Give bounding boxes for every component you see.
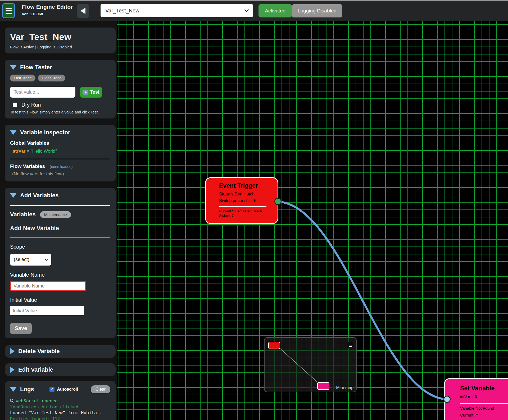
node-status: Variable Not Found	[460, 406, 508, 410]
scope-select-dropdown[interactable]: (select)	[10, 254, 51, 266]
app-version: Ver. 1.0.068	[22, 12, 73, 16]
autoscroll-label: Autoscroll	[57, 387, 78, 392]
last-trace-button[interactable]: Last Trace	[10, 75, 35, 81]
variable-name-label: Variable Name	[10, 272, 110, 278]
node-title: Set Variable	[460, 385, 508, 392]
divider	[10, 237, 110, 238]
flow-select-value: Var_Test_New	[105, 8, 245, 14]
log-line: Loaded “Var_Test_New” from Hubitat.	[10, 410, 110, 416]
node-current-value: Current: ""	[460, 413, 508, 417]
log-line: Devices loaded: 112	[10, 416, 110, 420]
back-arrow-icon	[80, 8, 85, 14]
logging-disabled-button[interactable]: Logging Disabled	[292, 4, 342, 17]
minimap-label: Mini-map	[336, 385, 353, 390]
collapse-down-icon	[10, 387, 16, 392]
flow-title-card: Var_Test_New Flow is Active | Logging is…	[5, 28, 116, 53]
test-button[interactable]: Test	[80, 87, 102, 98]
node-current-state: Current Stuart's Den Hutch Switch: 7	[219, 209, 266, 218]
autoscroll-checkbox[interactable]: ✓	[49, 387, 55, 392]
node-set-variable[interactable]: Set Variable intVar = 3 Variable Not Fou…	[444, 378, 508, 420]
flow-status-subtitle: Flow is Active | Logging is Disabled	[10, 45, 110, 49]
collapse-down-icon	[10, 193, 16, 198]
node-assignment: intVar = 3	[460, 394, 508, 399]
output-port[interactable]	[274, 198, 282, 205]
variable-inspector-card: Variable Inspector Global Variables strV…	[5, 125, 116, 181]
initial-value-label: Initial Value	[10, 297, 110, 303]
edit-variable-card: Edit Variable	[5, 363, 116, 376]
flow-variables-empty: (No flow vars for this flow)	[12, 171, 110, 177]
scope-select-value: (select)	[14, 257, 45, 262]
back-button[interactable]	[77, 4, 89, 18]
flow-variables-heading: Flow Variables	[10, 163, 45, 169]
flow-tester-header[interactable]: Flow Tester	[10, 64, 110, 71]
flow-variables-note: (none loaded)	[50, 165, 72, 169]
collapse-down-icon	[10, 130, 16, 135]
variable-name-input[interactable]	[10, 281, 86, 291]
flow-title: Var_Test_New	[10, 32, 110, 42]
save-button[interactable]: Save	[10, 323, 32, 334]
sidebar: Var_Test_New Flow is Active | Logging is…	[0, 21, 117, 420]
flow-tester-help: To test this Flow, simply enter a value …	[10, 110, 110, 114]
scope-label: Scope	[10, 244, 110, 250]
minimap-node-event-trigger	[268, 342, 280, 349]
flow-select-dropdown[interactable]: Var_Test_New	[101, 4, 253, 17]
variables-heading: Variables	[10, 211, 36, 218]
flow-canvas[interactable]: Event Trigger Stuart's Den Hutch Switch …	[117, 21, 508, 420]
collapse-down-icon	[10, 65, 16, 70]
chevron-down-icon	[44, 257, 48, 261]
play-icon	[83, 90, 88, 95]
divider	[460, 403, 508, 404]
node-title: Event Trigger	[219, 182, 266, 189]
menu-icon	[349, 344, 352, 344]
global-variables-heading: Global Variables	[10, 140, 110, 146]
maintenance-button[interactable]: Maintenance	[40, 211, 71, 218]
collapse-right-icon	[10, 348, 15, 354]
collapse-right-icon	[10, 367, 15, 373]
dry-run-label: Dry Run	[21, 102, 41, 108]
hamburger-menu-button[interactable]	[2, 3, 15, 18]
clear-logs-button[interactable]: Clear	[91, 385, 110, 393]
logs-card: Logs ✓ Autoscroll Clear WebSocket opened…	[5, 381, 116, 420]
initial-value-input[interactable]	[10, 306, 84, 315]
delete-variable-header[interactable]: Delete Variable	[10, 348, 110, 355]
variable-inspector-header[interactable]: Variable Inspector	[10, 129, 110, 136]
add-variables-card: Add Variables Variables Maintenance Add …	[5, 188, 116, 338]
input-port[interactable]	[443, 396, 451, 403]
clear-trace-button[interactable]: Clear Trace	[38, 75, 65, 81]
app-title: Flow Engine Editor	[22, 4, 73, 10]
flow-tester-card: Flow Tester Last Trace Clear Trace Test …	[5, 60, 116, 118]
minimap[interactable]: Mini-map	[264, 337, 357, 392]
divider	[10, 205, 110, 206]
delete-variable-card: Delete Variable	[5, 345, 116, 358]
log-line: loadDevices button clicked.	[10, 404, 110, 410]
node-event-trigger[interactable]: Event Trigger Stuart's Den Hutch Switch …	[205, 177, 278, 224]
log-line: WebSocket opened	[10, 398, 110, 404]
logs-header[interactable]: Logs	[10, 386, 34, 393]
divider	[10, 159, 110, 159]
log-area: WebSocket opened loadDevices button clic…	[10, 398, 110, 420]
node-device: Stuart's Den Hutch	[219, 192, 266, 197]
test-value-input[interactable]	[10, 87, 75, 98]
top-bar: Flow Engine Editor Ver. 1.0.068 Var_Test…	[0, 0, 508, 21]
global-variable-row: strVar = "Hello World"	[13, 149, 110, 154]
magnifier-icon	[10, 399, 13, 402]
dry-run-checkbox[interactable]	[13, 103, 17, 107]
chevron-down-icon	[244, 8, 249, 12]
add-variables-header[interactable]: Add Variables	[10, 192, 110, 199]
minimap-menu-button[interactable]	[347, 342, 353, 348]
add-new-variable-heading: Add New Variable	[10, 225, 110, 232]
app-title-block: Flow Engine Editor Ver. 1.0.068	[22, 4, 73, 16]
activated-button[interactable]: Activated	[258, 4, 292, 17]
minimap-node-set-variable	[317, 382, 329, 390]
edit-variable-header[interactable]: Edit Variable	[10, 366, 110, 373]
node-condition: Switch pushed == 6	[219, 198, 266, 203]
hamburger-icon	[6, 8, 12, 9]
divider	[219, 206, 266, 207]
